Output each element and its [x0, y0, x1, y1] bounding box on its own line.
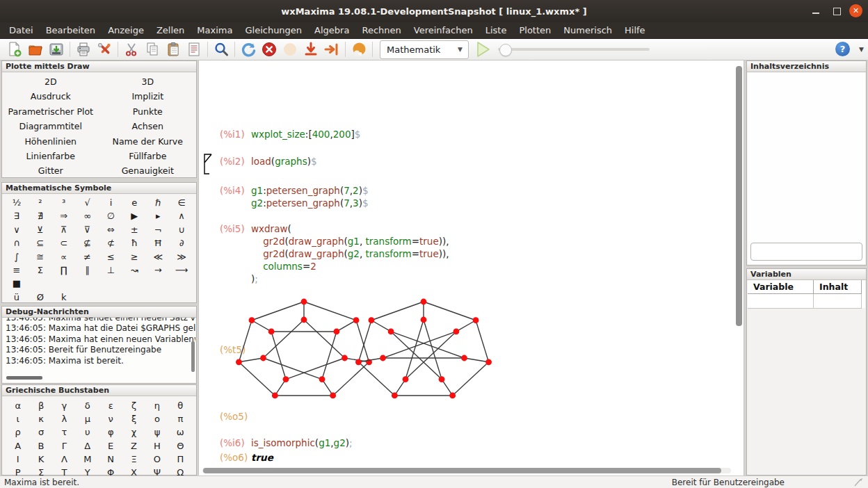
restart-maxima-icon[interactable]: [239, 40, 257, 58]
greek-letter-button[interactable]: σ: [29, 425, 52, 439]
math-symbol-button[interactable]: ⟶: [170, 263, 193, 277]
evaluate-rest-icon[interactable]: [323, 40, 341, 58]
math-symbol-button[interactable]: ∄: [29, 209, 52, 222]
menu-item-numerisch[interactable]: Numerisch: [557, 22, 618, 38]
greek-letter-button[interactable]: θ: [169, 399, 192, 412]
greek-letter-button[interactable]: M: [76, 453, 99, 466]
math-symbol-button[interactable]: ²: [29, 196, 52, 209]
greek-letter-button[interactable]: ρ: [6, 425, 29, 439]
greek-letter-button[interactable]: α: [6, 399, 29, 412]
math-symbol-button[interactable]: ±: [122, 223, 146, 236]
animation-slider[interactable]: [498, 41, 650, 58]
greek-letter-button[interactable]: λ: [53, 412, 76, 425]
math-symbol-button[interactable]: ∃: [5, 209, 29, 222]
wxmaxima-logo-icon[interactable]: [350, 40, 368, 58]
save-icon[interactable]: [47, 40, 65, 58]
math-symbol-button[interactable]: ∈: [170, 196, 193, 209]
greek-letter-button[interactable]: ι: [6, 412, 29, 425]
math-symbol-button[interactable]: ³: [52, 196, 76, 209]
math-symbol-button[interactable]: ≪: [146, 250, 170, 263]
draw-button-3d[interactable]: 3D: [99, 74, 197, 89]
greek-letter-button[interactable]: E: [99, 439, 122, 453]
greek-letter-button[interactable]: B: [29, 439, 52, 453]
math-symbol-button[interactable]: ½: [5, 196, 29, 209]
greek-letter-button[interactable]: Γ: [53, 439, 76, 453]
help-button[interactable]: ?: [835, 42, 850, 56]
menu-item-hilfe[interactable]: Hilfe: [618, 22, 652, 38]
menu-item-anzeige[interactable]: Anzeige: [102, 22, 150, 38]
greek-letter-button[interactable]: ε: [99, 399, 122, 412]
math-symbol-button[interactable]: ≤: [99, 250, 123, 263]
worksheet[interactable]: (%i1)wxplot_size:[400,200]$(%i2)load(gra…: [198, 60, 744, 475]
math-symbol-button[interactable]: ⊼: [52, 223, 76, 236]
close-button[interactable]: ✕: [849, 4, 862, 17]
math-symbol-button[interactable]: ≫: [170, 250, 193, 263]
draw-button-ausdruck[interactable]: Ausdruck: [2, 89, 99, 104]
worksheet-vertical-scrollbar[interactable]: [736, 66, 742, 326]
new-document-icon[interactable]: [6, 40, 24, 58]
slider-thumb[interactable]: [499, 44, 512, 56]
menu-item-zellen[interactable]: Zellen: [150, 22, 191, 38]
greek-letter-button[interactable]: Ξ: [122, 453, 145, 466]
menu-item-maxima[interactable]: Maxima: [191, 22, 239, 38]
math-symbol-button[interactable]: Ħ: [146, 236, 170, 250]
menu-item-datei[interactable]: Datei: [3, 22, 40, 38]
print-icon[interactable]: [74, 40, 93, 58]
math-symbol-button[interactable]: ∝: [52, 250, 76, 263]
variable-cell[interactable]: [748, 294, 814, 309]
minimize-button[interactable]: [810, 5, 822, 17]
greek-letter-button[interactable]: I: [6, 453, 29, 466]
greek-letter-button[interactable]: π: [169, 412, 192, 425]
worksheet-cell-i2[interactable]: (%i2)load(graphs)$: [199, 155, 727, 168]
greek-letter-button[interactable]: Π: [169, 453, 192, 466]
math-symbol-button[interactable]: ≠: [76, 250, 99, 263]
math-symbol-button[interactable]: Ø: [29, 291, 52, 304]
math-symbol-button[interactable]: ∨: [5, 223, 29, 236]
math-symbol-button[interactable]: ∏: [52, 263, 76, 277]
draw-button-punkte[interactable]: Punkte: [99, 104, 197, 119]
math-symbol-button[interactable]: ∞: [76, 209, 99, 222]
math-symbol-button[interactable]: ⊈: [76, 236, 99, 250]
greek-letter-button[interactable]: Λ: [53, 453, 76, 466]
menu-item-liste[interactable]: Liste: [479, 22, 513, 38]
table-row[interactable]: [748, 294, 862, 309]
draw-button-name-der-kurve[interactable]: Name der Kurve: [99, 134, 197, 149]
greek-letter-button[interactable]: ο: [145, 412, 168, 425]
greek-letter-button[interactable]: η: [145, 399, 168, 412]
math-symbol-button[interactable]: →: [146, 263, 170, 277]
greek-letter-button[interactable]: Z: [122, 439, 145, 453]
math-symbol-button[interactable]: ∧: [170, 209, 193, 222]
greek-letter-button[interactable]: β: [29, 399, 52, 412]
greek-letter-button[interactable]: υ: [76, 425, 99, 439]
math-symbol-button[interactable]: ⊂: [52, 236, 76, 250]
animation-play-button[interactable]: [476, 41, 491, 58]
maximize-button[interactable]: [830, 5, 843, 17]
math-symbol-button[interactable]: ≅: [29, 250, 52, 263]
draw-button-füllfarbe[interactable]: Füllfarbe: [99, 149, 197, 163]
menu-item-algebra[interactable]: Algebra: [308, 22, 355, 38]
menu-item-rechnen[interactable]: Rechnen: [355, 22, 407, 38]
menu-item-gleichungen[interactable]: Gleichungen: [239, 22, 308, 38]
math-symbol-button[interactable]: k: [52, 291, 76, 304]
greek-letter-button[interactable]: N: [99, 453, 122, 466]
interrupt-icon[interactable]: [260, 40, 278, 58]
greek-letter-button[interactable]: ξ: [122, 412, 145, 425]
draw-button-genauigkeit[interactable]: Genauigkeit: [99, 163, 197, 178]
draw-button-linienfarbe[interactable]: Linienfarbe: [2, 149, 99, 163]
math-symbol-button[interactable]: ↝: [122, 263, 146, 277]
math-symbol-button[interactable]: ħ: [122, 236, 146, 250]
math-symbol-button[interactable]: ⊄: [99, 236, 123, 250]
greek-letter-button[interactable]: κ: [29, 412, 52, 425]
evaluate-till-here-icon[interactable]: [302, 40, 320, 58]
greek-letter-button[interactable]: ζ: [122, 399, 145, 412]
math-symbol-button[interactable]: ∂: [170, 236, 193, 250]
math-symbol-button[interactable]: ⊆: [29, 236, 52, 250]
draw-button-implizit[interactable]: Implizit: [99, 89, 197, 104]
math-symbol-button[interactable]: ∪: [170, 223, 193, 236]
debug-vertical-scrollbar[interactable]: [191, 341, 195, 372]
worksheet-horizontal-scrollbar[interactable]: [202, 468, 731, 473]
greek-letter-button[interactable]: Θ: [169, 439, 192, 453]
worksheet-cell-o6[interactable]: (%o6)true: [199, 451, 727, 464]
menu-item-vereinfachen[interactable]: Vereinfachen: [408, 22, 479, 38]
toc-filter-input[interactable]: [750, 243, 862, 261]
